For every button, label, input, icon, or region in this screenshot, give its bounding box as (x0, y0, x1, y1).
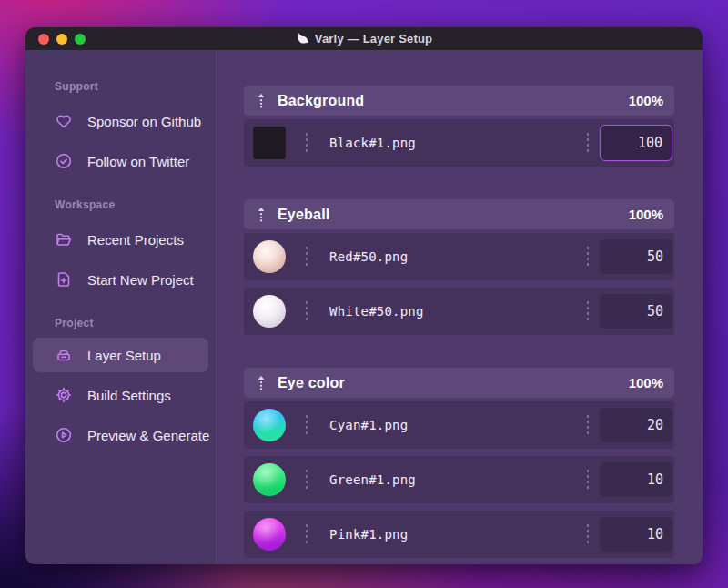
sidebar-section-support: Support Sponsor on Github Follow on Twit… (25, 77, 216, 181)
unicorn-icon (296, 32, 309, 46)
layer-filename: Red#50.png (329, 249, 408, 264)
minimize-button[interactable] (56, 34, 67, 45)
sidebar-section-workspace: Workspace Recent Projects Start New Proj… (25, 196, 216, 299)
sidebar-item-label: Sponsor on Github (87, 114, 201, 129)
separator (587, 415, 589, 435)
section-label-support: Support (25, 77, 216, 96)
group-header[interactable]: Eye color 100% (244, 368, 674, 398)
layer-thumbnail (253, 463, 286, 496)
layer-filename: Green#1.png (329, 472, 416, 487)
separator (306, 524, 308, 544)
layer-filename: White#50.png (329, 304, 424, 319)
gear-icon (55, 386, 73, 404)
group-weight: 100% (629, 207, 663, 222)
sidebar-item-label: Follow on Twitter (87, 154, 189, 169)
rarity-input[interactable] (600, 239, 672, 274)
group-title: Eyeball (278, 207, 329, 223)
sidebar-item-label: Preview & Generate (87, 428, 209, 443)
layer-thumbnail (253, 409, 286, 441)
layers-icon (55, 346, 73, 364)
layer-filename: Cyan#1.png (329, 418, 408, 432)
layer-setup-panel: Background 100% Black#1.png (217, 50, 703, 564)
group-title: Background (278, 93, 364, 109)
sidebar-item-follow-twitter[interactable]: Follow on Twitter (25, 141, 216, 181)
titlebar[interactable]: Varly — Layer Setup (25, 27, 703, 50)
separator (306, 301, 308, 321)
rarity-input[interactable] (600, 125, 672, 161)
rarity-input[interactable] (600, 462, 672, 497)
separator (306, 247, 308, 267)
sidebar: Support Sponsor on Github Follow on Twit… (25, 50, 217, 564)
separator (587, 301, 589, 321)
sidebar-item-layer-setup[interactable]: Layer Setup (33, 338, 208, 372)
separator (306, 415, 308, 435)
document-plus-icon (55, 270, 73, 289)
layer-group-eye-color: Eye color 100% Cyan#1.png Green#1.png (244, 368, 674, 558)
separator (587, 470, 589, 490)
window-title: Varly — Layer Setup (296, 32, 433, 46)
layer-row-white[interactable]: White#50.png (244, 288, 674, 335)
separator (587, 524, 589, 544)
drag-handle-icon[interactable] (257, 93, 266, 109)
layer-thumbnail (253, 127, 286, 159)
zoom-button[interactable] (75, 34, 86, 45)
folder-icon (55, 230, 73, 248)
layer-filename: Black#1.png (329, 136, 416, 150)
separator (587, 133, 589, 153)
group-header[interactable]: Background 100% (244, 86, 674, 116)
heart-icon (55, 112, 73, 130)
badge-check-icon (55, 152, 73, 170)
group-weight: 100% (629, 93, 663, 108)
rarity-input[interactable] (600, 294, 672, 329)
layer-row-green[interactable]: Green#1.png (244, 456, 674, 503)
layer-row-red[interactable]: Red#50.png (244, 233, 674, 280)
sidebar-item-build-settings[interactable]: Build Settings (25, 375, 216, 415)
sidebar-item-label: Layer Setup (87, 348, 161, 363)
layer-row-pink[interactable]: Pink#1.png (244, 511, 674, 558)
sidebar-item-label: Build Settings (87, 388, 171, 403)
rarity-input[interactable] (600, 517, 672, 552)
traffic-lights (38, 27, 86, 50)
drag-handle-icon[interactable] (257, 207, 266, 223)
separator (306, 470, 308, 490)
layer-thumbnail (253, 240, 286, 273)
layer-thumbnail (253, 295, 286, 328)
separator (306, 133, 308, 153)
group-weight: 100% (629, 375, 663, 390)
play-circle-icon (55, 426, 73, 444)
layer-group-background: Background 100% Black#1.png (244, 86, 674, 167)
close-button[interactable] (38, 34, 49, 45)
layer-row-black[interactable]: Black#1.png (244, 119, 674, 167)
sidebar-item-sponsor-github[interactable]: Sponsor on Github (25, 101, 216, 141)
rarity-input[interactable] (600, 408, 672, 442)
section-label-workspace: Workspace (25, 196, 216, 214)
sidebar-item-start-new-project[interactable]: Start New Project (25, 259, 216, 299)
layer-filename: Pink#1.png (329, 527, 408, 542)
app-window: Varly — Layer Setup Support Sponsor on G… (25, 27, 703, 564)
sidebar-item-label: Start New Project (87, 272, 194, 288)
group-header[interactable]: Eyeball 100% (244, 199, 674, 229)
sidebar-item-recent-projects[interactable]: Recent Projects (25, 219, 216, 259)
layer-group-eyeball: Eyeball 100% Red#50.png White#50.png (244, 199, 674, 335)
section-label-project: Project (25, 314, 216, 332)
group-title: Eye color (278, 375, 345, 391)
layer-thumbnail (253, 518, 286, 551)
sidebar-item-preview-generate[interactable]: Preview & Generate (25, 415, 216, 455)
drag-handle-icon[interactable] (257, 375, 266, 391)
layer-row-cyan[interactable]: Cyan#1.png (244, 401, 674, 449)
sidebar-item-label: Recent Projects (87, 232, 184, 248)
sidebar-section-project: Project Layer Setup Build Settings (25, 314, 216, 455)
separator (587, 247, 589, 267)
window-title-text: Varly — Layer Setup (315, 32, 433, 46)
